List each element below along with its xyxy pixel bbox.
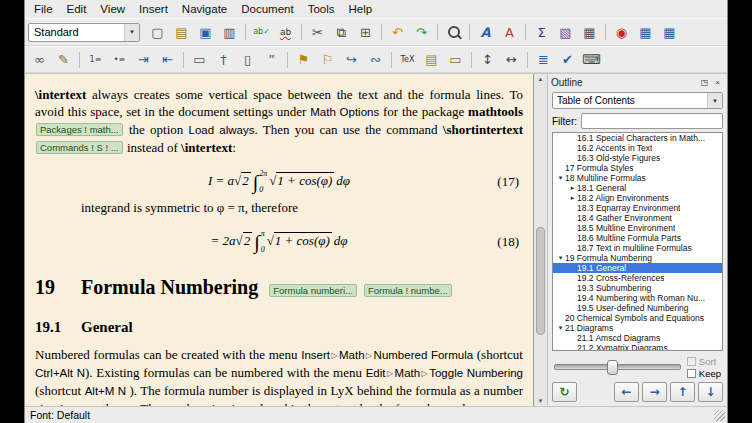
expand-icon[interactable]: ▸	[568, 194, 577, 202]
print-icon[interactable]: ▥	[218, 21, 241, 43]
outline-item[interactable]: 18.3 Eqnarray Environment	[553, 203, 722, 213]
resize-grip[interactable]	[714, 410, 725, 421]
review-toggle-icon[interactable]: ✔	[556, 49, 579, 71]
menu-tools[interactable]: Tools	[301, 1, 342, 17]
continuous-spellcheck-icon[interactable]: ab	[274, 21, 297, 43]
float-panel-button[interactable]: ◳	[698, 76, 711, 89]
increase-depth-icon[interactable]: ⇥	[132, 49, 155, 71]
paste-icon[interactable]: ⊞	[354, 21, 377, 43]
edit-inset-icon[interactable]: ✎	[52, 49, 75, 71]
menu-navigate[interactable]: Navigate	[175, 1, 234, 17]
depth-slider[interactable]	[554, 364, 681, 370]
insert-tex-code-icon[interactable]: TeX	[396, 49, 419, 71]
expand-icon[interactable]: ▸	[568, 184, 577, 192]
keep-checkbox[interactable]: Keep	[687, 368, 721, 379]
outline-item[interactable]: 18.4 Gather Environment	[553, 213, 722, 223]
outline-item[interactable]: ▾18 Multiline Formulas	[553, 173, 722, 183]
update-outline-button[interactable]: ↻	[552, 382, 577, 402]
save-document-icon[interactable]: ▣	[194, 21, 217, 43]
outline-item[interactable]: 21.2 Xymatrix Diagrams	[553, 343, 722, 351]
filter-input[interactable]	[581, 113, 723, 129]
insert-float-icon[interactable]: ▭	[188, 49, 211, 71]
display-formula-18[interactable]: = 2a√2∫π0√1 + cos(φ)dφ (18)	[35, 230, 523, 254]
cut-icon[interactable]: ✂	[306, 21, 329, 43]
insert-hfill-icon[interactable]: ↔	[500, 49, 523, 71]
outline-item[interactable]: 21.1 Amscd Diagrams	[553, 333, 722, 343]
scroll-down-icon[interactable]: ▼	[534, 398, 547, 404]
noun-icon[interactable]: A	[498, 21, 521, 43]
outline-item[interactable]: 16.1 Special Characters in Math...	[553, 133, 722, 143]
outline-toggle-icon[interactable]: ≣	[532, 49, 555, 71]
collapse-icon[interactable]: ▾	[556, 324, 565, 332]
menu-insert[interactable]: Insert	[132, 1, 175, 17]
move-section-up-button[interactable]: ↑	[670, 382, 695, 402]
menu-file[interactable]: File	[27, 1, 60, 17]
bullet-list-icon[interactable]: •≡	[108, 49, 131, 71]
outline-item[interactable]: 18.5 Multline Environment	[553, 223, 722, 233]
collapse-icon[interactable]: ▾	[556, 174, 565, 182]
outline-item[interactable]: 19.4 Numbering with Roman Nu...	[553, 293, 722, 303]
stop-icon[interactable]: ◉	[610, 21, 633, 43]
outline-item[interactable]: 20 Chemical Symbols and Equations	[553, 313, 722, 323]
keyboard-map-icon[interactable]: ⌨	[580, 49, 603, 71]
index-inset[interactable]: Commands ! S ! ...	[36, 141, 123, 154]
insert-footnote-icon[interactable]: †	[212, 49, 235, 71]
index-inset[interactable]: Formula numberi...	[269, 284, 357, 297]
index-inset[interactable]: Packages ! math...	[36, 123, 123, 136]
insert-vspace-icon[interactable]: ↕	[476, 49, 499, 71]
decrease-depth-icon[interactable]: ⇤	[156, 49, 179, 71]
document-scrollbar[interactable]: ▲ ▼	[534, 74, 548, 406]
menu-help[interactable]: Help	[342, 1, 380, 17]
outline-item[interactable]: 16.3 Old-style Figures	[553, 153, 722, 163]
menu-document[interactable]: Document	[234, 1, 300, 17]
insert-graphics-icon[interactable]: ▧	[554, 21, 577, 43]
outline-item[interactable]: 19.3 Subnumbering	[553, 283, 722, 293]
menu-edit[interactable]: Edit	[60, 1, 94, 17]
outline-item[interactable]: 17 Formula Styles	[553, 163, 722, 173]
math-mode-icon[interactable]: ∞	[28, 49, 51, 71]
spellcheck-icon[interactable]: ab✓	[250, 21, 273, 43]
insert-cross-reference-icon[interactable]: ↪	[340, 49, 363, 71]
outline-item[interactable]: 16.2 Accents in Text	[553, 143, 722, 153]
promote-section-button[interactable]: ←	[614, 382, 639, 402]
insert-margin-note-icon[interactable]: ▯	[236, 49, 259, 71]
outline-item[interactable]: ▾19 Formula Numbering	[553, 253, 722, 263]
outline-item[interactable]: ▸18.2 Align Environments	[553, 193, 722, 203]
outline-item[interactable]: 19.2 Cross-References	[553, 273, 722, 283]
outline-item[interactable]: ▾21 Diagrams	[553, 323, 722, 333]
insert-hyperlink-icon[interactable]: ∾	[364, 49, 387, 71]
index-inset[interactable]: Formula ! numbe...	[364, 284, 452, 297]
insert-citation-icon[interactable]: ”	[260, 49, 283, 71]
redo-icon[interactable]: ↷	[410, 21, 433, 43]
insert-box-icon[interactable]: ▭	[444, 49, 467, 71]
menu-view[interactable]: View	[93, 1, 132, 17]
document-pane[interactable]: \intertext always creates some vertical …	[25, 74, 534, 406]
emphasis-icon[interactable]: A	[474, 21, 497, 43]
insert-note-icon[interactable]: ▤	[420, 49, 443, 71]
find-replace-icon[interactable]	[442, 21, 465, 43]
open-document-icon[interactable]: ▤	[170, 21, 193, 43]
insert-label-icon[interactable]: ⚐	[316, 49, 339, 71]
outline-item[interactable]: 18.6 Multline Formula Parts	[553, 233, 722, 243]
outline-item[interactable]: ▸18.1 General	[553, 183, 722, 193]
toggle-math-toolbar-icon[interactable]: ▦	[634, 21, 657, 43]
slider-knob[interactable]	[607, 360, 618, 375]
display-formula-17[interactable]: I = a√2∫2π0√1 + cos(φ)dφ (17)	[35, 170, 523, 194]
demote-section-button[interactable]: →	[642, 382, 667, 402]
paragraph-style-select[interactable]: Standard ▾	[28, 23, 140, 42]
insert-table-icon[interactable]: ▦	[578, 21, 601, 43]
copy-icon[interactable]: ⧉	[330, 21, 353, 43]
insert-math-icon[interactable]: Σ	[530, 21, 553, 43]
outline-item[interactable]: 18.7 Text in multiline Formulas	[553, 243, 722, 253]
scroll-up-icon[interactable]: ▲	[534, 76, 547, 82]
scrollbar-thumb[interactable]	[536, 227, 545, 335]
toggle-table-toolbar-icon[interactable]: ▦	[658, 21, 681, 43]
undo-icon[interactable]: ↶	[386, 21, 409, 43]
move-section-down-button[interactable]: ↓	[698, 382, 723, 402]
new-document-icon[interactable]: ▢	[146, 21, 169, 43]
close-panel-button[interactable]: ×	[711, 76, 724, 89]
insert-index-entry-icon[interactable]: ⚑	[292, 49, 315, 71]
collapse-icon[interactable]: ▾	[556, 254, 565, 262]
outline-item[interactable]: 19.1 General	[553, 263, 722, 273]
toc-type-select[interactable]: Table of Contents ▾	[552, 92, 723, 109]
